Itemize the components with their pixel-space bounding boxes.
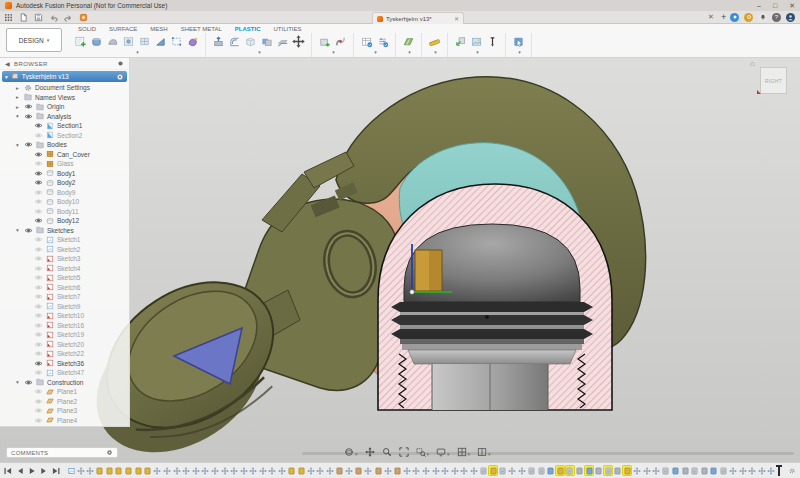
- visibility-eye-icon[interactable]: [34, 407, 43, 414]
- browser-node-sketch47[interactable]: Sketch47: [0, 368, 129, 378]
- timeline-feature-move[interactable]: [652, 466, 660, 475]
- timeline-feature-gold[interactable]: [134, 466, 142, 475]
- browser-node-glass[interactable]: Glass: [0, 159, 129, 169]
- help-icon[interactable]: ?: [772, 13, 781, 22]
- move-arrows-icon[interactable]: [291, 34, 306, 49]
- browser-node-sketch7[interactable]: Sketch7: [0, 292, 129, 302]
- browser-node-sketch5[interactable]: Sketch5: [0, 273, 129, 283]
- chevron-down-icon[interactable]: ▾: [408, 49, 411, 55]
- browser-node-sketches[interactable]: ▾ Sketches: [0, 226, 129, 236]
- timeline-feature-move[interactable]: [364, 466, 372, 475]
- timeline-feature-tan[interactable]: [336, 466, 344, 475]
- expand-icon[interactable]: ▸: [14, 104, 21, 110]
- timeline-feature-move[interactable]: [739, 466, 747, 475]
- blue-solid-icon[interactable]: [89, 34, 104, 49]
- ribbon-tab-plastic[interactable]: PLASTIC: [235, 26, 261, 32]
- fillet-icon[interactable]: [227, 34, 242, 49]
- timeline-go-to-end-button[interactable]: [52, 467, 60, 475]
- visibility-eye-icon[interactable]: [34, 255, 43, 262]
- blue-wedge-icon[interactable]: [153, 34, 168, 49]
- browser-node-plane2[interactable]: Plane2: [0, 397, 129, 407]
- expand-icon[interactable]: ▾: [14, 113, 21, 119]
- expand-icon[interactable]: ▾: [14, 227, 21, 233]
- configure-check-icon[interactable]: [375, 34, 390, 49]
- extensions-icon[interactable]: [79, 13, 88, 22]
- chevron-down-icon[interactable]: ▾: [332, 49, 335, 55]
- timeline-feature-gray[interactable]: [681, 466, 689, 475]
- timeline-feature-move[interactable]: [758, 466, 766, 475]
- timeline-feature-move[interactable]: [729, 466, 737, 475]
- browser-node-sketch6[interactable]: Sketch6: [0, 283, 129, 293]
- visibility-eye-icon[interactable]: [34, 208, 43, 215]
- visibility-eye-icon[interactable]: [34, 274, 43, 281]
- grid-display-icon[interactable]: ▾: [457, 447, 471, 457]
- job-status-icon[interactable]: [730, 13, 739, 22]
- display-settings-icon[interactable]: ▾: [436, 447, 450, 457]
- visibility-eye-icon[interactable]: [34, 151, 43, 158]
- timeline-feature-stripe[interactable]: [691, 466, 699, 475]
- construction-plane-icon[interactable]: [401, 34, 416, 49]
- timeline-feature-gray[interactable]: [700, 466, 708, 475]
- collapse-panel-icon[interactable]: ◀: [5, 60, 10, 67]
- timeline-feature-tan[interactable]: [355, 466, 363, 475]
- visibility-eye-icon[interactable]: [34, 388, 43, 395]
- browser-node-sketch3[interactable]: Sketch3: [0, 254, 129, 264]
- timeline-feature-stripe[interactable]: [480, 466, 488, 475]
- dashed-frame-icon[interactable]: [169, 34, 184, 49]
- viewcube[interactable]: ⌂ RIGHT: [760, 67, 787, 94]
- timeline-feature-move[interactable]: [201, 466, 209, 475]
- purple-blob-icon[interactable]: [185, 34, 200, 49]
- timeline-feature-move[interactable]: [412, 466, 420, 475]
- timeline-feature-blue[interactable]: [710, 466, 718, 475]
- timeline-feature-tan[interactable]: [374, 466, 382, 475]
- timeline-feature-move[interactable]: [441, 466, 449, 475]
- timeline-feature-gold[interactable]: [96, 466, 104, 475]
- document-tab-close-icon[interactable]: ✕: [454, 16, 459, 22]
- timeline-feature-move[interactable]: [240, 466, 248, 475]
- visibility-eye-icon[interactable]: [34, 236, 43, 243]
- browser-node-sketch10[interactable]: Sketch10: [0, 311, 129, 321]
- timeline-feature-stripe-highlighted[interactable]: [604, 466, 612, 475]
- timeline-feature-gray[interactable]: [614, 466, 622, 475]
- new-document-button[interactable]: +: [721, 12, 726, 22]
- timeline-play-button[interactable]: [28, 467, 36, 475]
- browser-node-body12[interactable]: Body12: [0, 216, 129, 226]
- timeline-feature-move[interactable]: [633, 466, 641, 475]
- profile-avatar[interactable]: [786, 13, 795, 22]
- browser-node-section2[interactable]: Section2: [0, 131, 129, 141]
- save-icon[interactable]: [34, 13, 43, 22]
- timeline-feature-stripe[interactable]: [719, 466, 727, 475]
- visibility-eye-icon[interactable]: [34, 122, 43, 129]
- timeline-feature-move[interactable]: [163, 466, 171, 475]
- browser-root-node[interactable]: ▾ Tyskerhjelm v13: [2, 71, 127, 82]
- orbit-icon[interactable]: ▾: [344, 447, 358, 457]
- browser-node-construction[interactable]: ▾ Construction: [0, 378, 129, 388]
- browser-node-body1[interactable]: Body1: [0, 169, 129, 179]
- visibility-eye-icon[interactable]: [34, 341, 43, 348]
- timeline-feature-gold[interactable]: [144, 466, 152, 475]
- visibility-eye-icon[interactable]: [34, 360, 43, 367]
- timeline-feature-stripe[interactable]: [499, 466, 507, 475]
- browser-node-origin[interactable]: ▸ Origin: [0, 102, 129, 112]
- visibility-eye-icon[interactable]: [24, 227, 33, 234]
- combine-icon[interactable]: [259, 34, 274, 49]
- comments-toggle-icon[interactable]: [106, 449, 113, 456]
- timeline-feature-gold[interactable]: [297, 466, 305, 475]
- visibility-eye-icon[interactable]: [34, 369, 43, 376]
- maximize-button[interactable]: □: [773, 2, 777, 10]
- visibility-eye-icon[interactable]: [34, 293, 43, 300]
- insert-pin-icon[interactable]: [485, 34, 500, 49]
- browser-node-body2[interactable]: Body2: [0, 178, 129, 188]
- browser-node-bodies[interactable]: ▾ Bodies: [0, 140, 129, 150]
- comments-bar[interactable]: COMMENTS: [6, 447, 118, 458]
- app-grid-icon[interactable]: [4, 13, 13, 22]
- zoom-window-icon[interactable]: ▾: [416, 447, 430, 457]
- timeline-feature-move[interactable]: [307, 466, 315, 475]
- insert-image-icon[interactable]: [469, 34, 484, 49]
- measure-icon[interactable]: [427, 34, 442, 49]
- visibility-eye-icon[interactable]: [34, 417, 43, 424]
- viewport[interactable]: ⌂ RIGHT ◀ BROWSER ▾ Tyskerhjelm v13 ▸Doc…: [0, 58, 800, 462]
- timeline-feature-move[interactable]: [268, 466, 276, 475]
- visibility-eye-icon[interactable]: [34, 284, 43, 291]
- timeline-feature-move[interactable]: [451, 466, 459, 475]
